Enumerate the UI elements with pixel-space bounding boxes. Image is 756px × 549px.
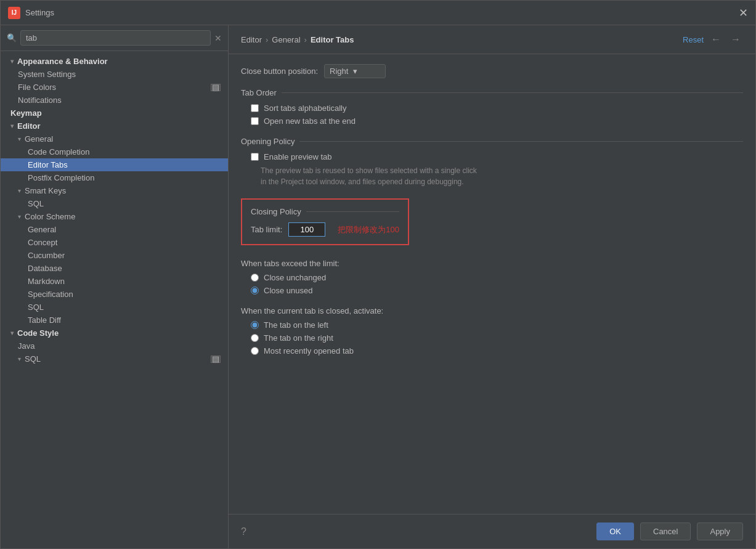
sidebar-item-label: Database xyxy=(28,264,62,273)
sidebar-item-cucumber[interactable]: Cucumber xyxy=(1,249,228,262)
tab-on-left-label: The tab on the left xyxy=(264,320,328,330)
clear-search-icon[interactable]: ✕ xyxy=(214,33,222,43)
opening-policy-title: Opening Policy xyxy=(241,137,743,146)
exceed-limit-section: When tabs exceed the limit: Close unchan… xyxy=(241,259,743,295)
help-icon[interactable]: ? xyxy=(241,526,246,537)
sidebar-item-label: Editor xyxy=(17,121,41,131)
close-button-label: Close button position: xyxy=(241,67,318,76)
sidebar-item-label: Editor Tabs xyxy=(28,160,68,169)
open-new-tabs-label: Open new tabs at the end xyxy=(264,116,356,126)
sort-tabs-checkbox[interactable] xyxy=(251,104,259,112)
sidebar-item-keymap[interactable]: Keymap xyxy=(1,107,228,120)
sidebar-item-label: Smart Keys xyxy=(25,186,66,195)
breadcrumb-editor: Editor xyxy=(241,35,262,44)
search-bar: 🔍 ✕ xyxy=(1,25,228,51)
chevron-icon: ▾ xyxy=(18,213,21,220)
recently-opened-row: Most recently opened tab xyxy=(251,346,743,356)
close-button[interactable]: ✕ xyxy=(739,7,748,18)
breadcrumb-general: General xyxy=(272,35,300,44)
sidebar-item-label: Color Scheme xyxy=(25,212,75,221)
when-closed-label: When the current tab is closed, activate… xyxy=(241,306,383,315)
sidebar-item-sql[interactable]: SQL xyxy=(1,197,228,210)
sidebar-item-code-completion[interactable]: Code Completion xyxy=(1,145,228,158)
recently-opened-radio[interactable] xyxy=(251,347,259,355)
sidebar-item-code-style[interactable]: ▾ Code Style xyxy=(1,327,228,340)
sidebar: 🔍 ✕ ▾ Appearance & Behavior System Setti… xyxy=(1,25,229,548)
chevron-icon: ▾ xyxy=(18,187,21,194)
sidebar-item-label: Concept xyxy=(28,238,57,247)
chevron-icon: ▾ xyxy=(10,58,14,65)
badge-icon: ▤ xyxy=(211,356,221,363)
sidebar-item-label: Code Completion xyxy=(28,147,89,157)
apply-button[interactable]: Apply xyxy=(697,523,743,540)
sidebar-item-label: General xyxy=(25,134,53,144)
close-unchanged-row: Close unchanged xyxy=(251,273,743,282)
when-exceed-label: When tabs exceed the limit: xyxy=(241,259,339,268)
sidebar-item-label: SQL xyxy=(28,199,44,208)
sidebar-item-color-scheme[interactable]: ▾ Color Scheme xyxy=(1,210,228,223)
sidebar-item-table-diff[interactable]: Table Diff xyxy=(1,314,228,327)
tab-on-right-radio[interactable] xyxy=(251,334,259,342)
breadcrumb-sep1: › xyxy=(266,35,268,44)
enable-preview-label: Enable preview tab xyxy=(264,152,332,161)
tab-on-left-row: The tab on the left xyxy=(251,320,743,330)
window-title: Settings xyxy=(25,8,54,17)
tab-on-right-row: The tab on the right xyxy=(251,333,743,343)
sort-tabs-label: Sort tabs alphabetically xyxy=(264,104,346,113)
sidebar-item-java[interactable]: Java xyxy=(1,340,228,352)
sort-tabs-row: Sort tabs alphabetically xyxy=(251,104,743,113)
sidebar-item-database[interactable]: Database xyxy=(1,262,228,275)
sidebar-item-editor-tabs[interactable]: Editor Tabs xyxy=(1,158,228,171)
tab-limit-label: Tab limit: xyxy=(251,225,282,234)
breadcrumb-sep2: › xyxy=(304,35,307,44)
close-button-dropdown[interactable]: Right ▾ xyxy=(324,64,386,78)
sidebar-item-smart-keys[interactable]: ▾ Smart Keys xyxy=(1,184,228,197)
sidebar-item-label: Notifications xyxy=(18,96,62,105)
chevron-icon: ▾ xyxy=(18,136,21,142)
ok-button[interactable]: OK xyxy=(596,523,634,540)
chevron-icon: ▾ xyxy=(10,123,14,129)
sidebar-item-label: Java xyxy=(18,341,35,351)
sidebar-item-concept[interactable]: Concept xyxy=(1,236,228,249)
closing-policy-box: Closing Policy Tab limit: 把限制修改为100 xyxy=(241,198,409,245)
sidebar-item-specification[interactable]: Specification xyxy=(1,288,228,301)
dropdown-value: Right xyxy=(330,67,348,76)
main-panel: Editor › General › Editor Tabs Reset ← →… xyxy=(229,25,755,548)
sidebar-item-postfix-completion[interactable]: Postfix Completion xyxy=(1,171,228,184)
breadcrumb-current: Editor Tabs xyxy=(311,35,354,44)
forward-arrow[interactable]: → xyxy=(728,33,743,46)
tab-on-right-label: The tab on the right xyxy=(264,333,333,343)
sidebar-item-label: General xyxy=(28,225,56,234)
close-unchanged-label: Close unchanged xyxy=(264,273,326,282)
sidebar-item-cs-general[interactable]: General xyxy=(1,223,228,236)
sidebar-item-system-settings[interactable]: System Settings xyxy=(1,68,228,81)
open-new-tabs-row: Open new tabs at the end xyxy=(251,116,743,126)
tab-on-left-radio[interactable] xyxy=(251,321,259,329)
close-unused-label: Close unused xyxy=(264,286,313,295)
main-content: Close button position: Right ▾ Tab Order… xyxy=(229,54,755,514)
sidebar-item-file-colors[interactable]: File Colors ▤ xyxy=(1,81,228,94)
sidebar-item-sql-cs[interactable]: ▾ SQL ▤ xyxy=(1,352,228,365)
sidebar-item-general[interactable]: ▾ General xyxy=(1,132,228,145)
sidebar-item-editor[interactable]: ▾ Editor xyxy=(1,120,228,132)
open-new-tabs-checkbox[interactable] xyxy=(251,117,259,125)
enable-preview-checkbox[interactable] xyxy=(251,153,259,161)
tab-limit-input[interactable] xyxy=(288,222,325,237)
recently-opened-label: Most recently opened tab xyxy=(264,346,354,356)
sidebar-item-markdown[interactable]: Markdown xyxy=(1,275,228,288)
annotation-text: 把限制修改为100 xyxy=(338,224,399,235)
cancel-button[interactable]: Cancel xyxy=(640,523,691,540)
title-bar: IJ Settings ✕ xyxy=(1,1,755,25)
sidebar-item-notifications[interactable]: Notifications xyxy=(1,94,228,107)
sidebar-item-appearance-behavior[interactable]: ▾ Appearance & Behavior xyxy=(1,55,228,68)
close-unused-radio[interactable] xyxy=(251,287,259,295)
sidebar-item-cs-sql[interactable]: SQL xyxy=(1,301,228,314)
tab-limit-row: Tab limit: 把限制修改为100 xyxy=(251,222,399,237)
dropdown-chevron-icon: ▾ xyxy=(353,67,357,76)
sidebar-item-label: Code Style xyxy=(17,328,59,338)
search-input[interactable] xyxy=(20,30,211,46)
reset-button[interactable]: Reset xyxy=(683,35,704,44)
sidebar-item-label: File Colors xyxy=(18,83,56,92)
back-arrow[interactable]: ← xyxy=(709,33,723,46)
close-unchanged-radio[interactable] xyxy=(251,274,259,282)
